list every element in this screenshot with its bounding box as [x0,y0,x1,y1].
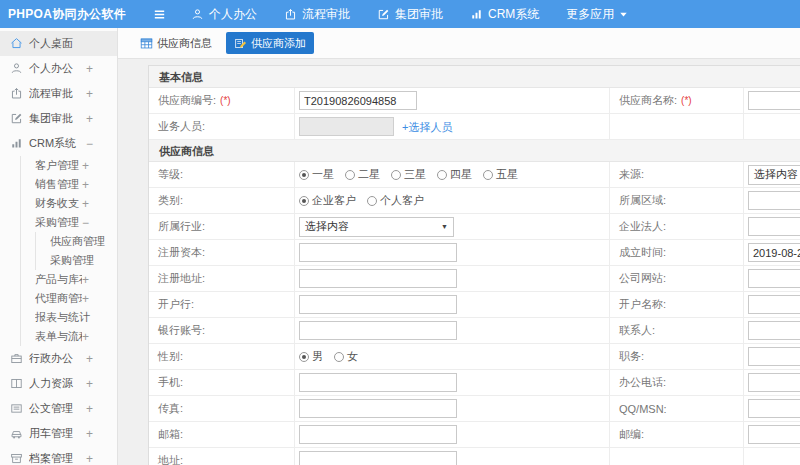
level-option-4[interactable]: 五星 [483,167,518,182]
legal-person-input[interactable] [748,217,800,236]
industry-select[interactable]: 选择内容▼ [299,217,454,237]
company-website-input[interactable] [748,269,800,288]
source-select[interactable]: 选择内容▼ [748,165,800,185]
collapse-minus-icon[interactable]: − [82,216,89,230]
nav-item-more-apps[interactable]: 更多应用 [566,6,628,23]
qq-msn-field [748,399,800,419]
nav-item-label: 流程审批 [302,6,350,23]
registered-address-input[interactable] [299,269,457,288]
sidebar-item-crm-system[interactable]: CRM系统− [0,131,117,156]
address-input[interactable] [299,451,457,465]
radio-icon[interactable] [299,352,309,362]
sidebar-item-archive-mgmt[interactable]: 档案管理+ [0,446,117,465]
nav-item-label: CRM系统 [488,6,539,23]
collapse-minus-icon[interactable]: − [86,137,93,151]
expand-plus-icon[interactable]: + [82,330,89,344]
contact-person-input[interactable] [748,321,800,340]
nav-item-personal-office[interactable]: 个人办公 [191,6,257,23]
radio-icon[interactable] [483,170,493,180]
expand-plus-icon[interactable]: + [86,352,93,366]
office-phone-input[interactable] [748,373,800,392]
bank-branch-input[interactable] [299,295,457,314]
supplier-name-input[interactable] [748,91,800,110]
sidebar-item-form-workflow-settings[interactable]: 表单与流程设置+ [21,327,117,346]
registered-address-field [299,269,457,289]
sidebar-item-purchase-mgmt-sub[interactable]: 采购管理 [36,251,117,270]
radio-icon[interactable] [299,196,309,206]
form-row: 性别:男女职务: [149,344,800,370]
sidebar-item-sales-mgmt[interactable]: 销售管理+ [21,175,117,194]
radio-icon[interactable] [334,352,344,362]
sidebar-item-human-resources[interactable]: 人力资源+ [0,371,117,396]
sidebar-item-reports-stats[interactable]: 报表与统计 [21,308,117,327]
sidebar-item-label: 采购管理 [50,253,107,268]
sidebar-item-finance-mgmt[interactable]: 财务收支+ [21,194,117,213]
sidebar-item-personal-desktop[interactable]: 个人桌面 [0,31,117,56]
expand-plus-icon[interactable]: + [86,452,93,465]
supplier-code-input[interactable] [299,91,417,110]
sidebar-item-vehicle-mgmt[interactable]: 用车管理+ [0,421,117,446]
tab-supplier-add[interactable]: 供应商添加 [226,32,314,54]
sidebar-item-customer-mgmt[interactable]: 客户管理+ [21,156,117,175]
form-row: 开户行:开户名称: [149,292,800,318]
nav-item-crm-system[interactable]: CRM系统 [470,6,539,23]
registered-capital-input[interactable] [299,243,457,262]
nav-item-workflow-approval[interactable]: 流程审批 [284,6,350,23]
expand-plus-icon[interactable]: + [82,197,89,211]
radio-icon[interactable] [299,170,309,180]
mobile-field [299,373,457,393]
expand-plus-icon[interactable]: + [82,273,89,287]
sidebar-item-admin-office[interactable]: 行政办公+ [0,346,117,371]
radio-icon[interactable] [367,196,377,206]
mobile-input[interactable] [299,373,457,392]
founding-date-input[interactable] [748,243,800,262]
tab-supplier-info[interactable]: 供应商信息 [132,32,220,54]
expand-plus-icon[interactable]: + [86,402,93,416]
level-option-2[interactable]: 三星 [391,167,426,182]
expand-plus-icon[interactable]: + [86,87,93,101]
qq-msn-cell [743,396,800,421]
sidebar-item-group-approval[interactable]: 集团审批+ [0,106,117,131]
expand-plus-icon[interactable]: + [86,112,93,126]
sidebar-item-purchase-mgmt[interactable]: 采购管理− [21,213,117,232]
sidebar-item-personal-office[interactable]: 个人办公+ [0,56,117,81]
level-option-1[interactable]: 二星 [345,167,380,182]
fax-input[interactable] [299,399,457,418]
sidebar-item-agent-mgmt[interactable]: 代理商管理+ [21,289,117,308]
category-option-0[interactable]: 企业客户 [299,193,356,208]
region-input[interactable] [748,191,800,210]
account-name-input[interactable] [748,295,800,314]
radio-icon[interactable] [437,170,447,180]
expand-plus-icon[interactable]: + [82,178,89,192]
category-option-1[interactable]: 个人客户 [367,193,424,208]
qq-msn-input[interactable] [748,399,800,418]
job-title-input[interactable] [748,347,800,366]
expand-plus-icon[interactable]: + [86,62,93,76]
field-label: 手机: [158,375,183,390]
chart-icon [10,137,23,150]
radio-icon[interactable] [345,170,355,180]
gender-option-0[interactable]: 男 [299,349,323,364]
sidebar-item-product-inventory[interactable]: 产品与库存+ [21,270,117,289]
level-option-3[interactable]: 四星 [437,167,472,182]
sidebar-item-document-mgmt[interactable]: 公文管理+ [0,396,117,421]
bank-account-input[interactable] [299,321,457,340]
postcode-input[interactable] [748,425,800,444]
expand-plus-icon[interactable]: + [86,377,93,391]
email-input[interactable] [299,425,457,444]
expand-plus-icon[interactable]: + [82,292,89,306]
sales-person-input[interactable] [299,117,394,136]
nav-item-group-approval[interactable]: 集团审批 [377,6,443,23]
radio-icon[interactable] [391,170,401,180]
expand-plus-icon[interactable]: + [86,427,93,441]
expand-plus-icon[interactable]: + [82,159,89,173]
sidebar-item-supplier-mgmt[interactable]: 供应商管理 [36,232,117,251]
gender-option-1[interactable]: 女 [334,349,358,364]
level-option-0[interactable]: 一星 [299,167,334,182]
hamburger-icon[interactable] [152,7,167,22]
sidebar-item-label: 采购管理 [35,215,82,230]
sidebar-item-workflow-approval[interactable]: 流程审批+ [0,81,117,106]
field-label: 注册资本: [158,245,205,260]
field-label: 职务: [619,349,644,364]
sales-person-picker-link[interactable]: +选择人员 [402,121,452,133]
